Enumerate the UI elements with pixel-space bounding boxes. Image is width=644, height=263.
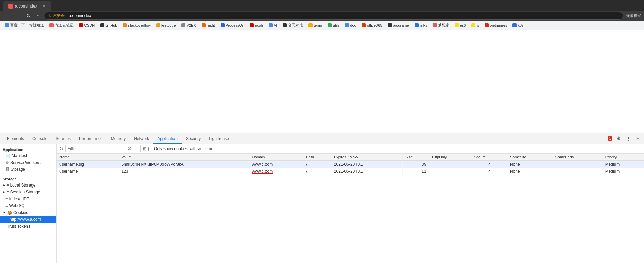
devtools-more-button[interactable]: ⋮: [625, 135, 632, 142]
tab-security[interactable]: Security: [182, 134, 205, 144]
session-storage-label: Session Storage: [10, 190, 40, 194]
address-bar[interactable]: ⚠ 不安全 a.com/index: [44, 12, 623, 20]
sidebar-item-indexeddb[interactable]: ≡ IndexedDB: [0, 195, 56, 202]
col-path[interactable]: Path: [303, 154, 331, 161]
bookmark-replit[interactable]: replit: [200, 23, 217, 28]
table-row[interactable]: username 123 www.c.com / 2021-05-20T0...…: [57, 168, 644, 175]
col-expires[interactable]: Expires / Max-...: [331, 154, 402, 161]
tab-lighthouse[interactable]: Lighthouse: [205, 134, 233, 144]
bookmark-ricoh[interactable]: ricoh: [248, 23, 265, 28]
bookmark-icon: [433, 23, 437, 27]
col-sameparty[interactable]: SameParty: [552, 154, 602, 161]
filter-input[interactable]: [68, 146, 126, 151]
only-issues-checkbox[interactable]: [148, 147, 152, 151]
expand-icon: ▶: [3, 183, 5, 187]
cell-expires: 2021-05-20T0...: [331, 161, 402, 168]
bookmark-v2ex[interactable]: V2EX: [179, 23, 198, 28]
col-domain[interactable]: Domain: [249, 154, 303, 161]
sidebar-item-storage-label: Storage: [11, 167, 25, 172]
bookmark-office365[interactable]: office365: [360, 23, 384, 28]
bookmark-icon: [455, 23, 459, 27]
cell-priority: Medium: [602, 168, 644, 175]
bookmark-icon: [512, 23, 517, 27]
bookmark-utils[interactable]: utils: [326, 23, 342, 28]
tab-application[interactable]: Application: [153, 134, 182, 144]
devtools-settings-button[interactable]: ⚙: [615, 135, 622, 142]
cookies-group: ▼ 🍪 Cookies http://www.a.com: [0, 209, 56, 223]
bookmark-icon: [181, 23, 185, 27]
tab-elements[interactable]: Elements: [3, 134, 28, 144]
tab-close-button[interactable]: ✕: [42, 4, 46, 9]
filter-refresh-button[interactable]: ↻: [59, 146, 63, 151]
address-bar-right: 无痕模式: [626, 13, 641, 19]
sidebar-item-trust-tokens[interactable]: Trust Tokens: [0, 223, 56, 230]
bookmark-ai[interactable]: AI: [267, 23, 279, 28]
browser-tab[interactable]: a.com/index ✕: [3, 1, 51, 11]
col-httponly[interactable]: HttpOnly: [429, 154, 471, 161]
devtools-body: Application 📄 Manifest ⚙ Service Workers…: [0, 144, 644, 263]
manifest-icon: 📄: [5, 154, 10, 158]
websql-icon: ≡: [5, 204, 8, 208]
expand-icon: ▼: [3, 211, 6, 214]
sidebar-item-websql[interactable]: ≡ Web SQL: [0, 202, 56, 209]
tab-memory[interactable]: Memory: [107, 134, 130, 144]
bookmark-github[interactable]: GitHub: [98, 23, 119, 28]
tab-sources[interactable]: Sources: [52, 134, 75, 144]
forward-button[interactable]: →: [14, 12, 22, 19]
col-priority[interactable]: Priority: [602, 154, 644, 161]
cookies-group-header[interactable]: ▼ 🍪 Cookies: [0, 209, 56, 216]
address-bar-row: ← → ↻ ⌂ ⚠ 不安全 a.com/index 无痕模式: [0, 11, 644, 21]
bookmark-compare[interactable]: 合同对比: [281, 22, 305, 28]
tab-performance[interactable]: Performance: [75, 134, 107, 144]
home-button[interactable]: ⌂: [35, 12, 41, 19]
bookmark-k8s[interactable]: k8s: [510, 23, 526, 28]
bookmark-icon: [345, 23, 349, 27]
filter-clear-button[interactable]: ✕: [127, 146, 131, 151]
sidebar-item-trust-tokens-label: Trust Tokens: [7, 224, 30, 229]
col-value[interactable]: Value: [118, 154, 249, 161]
sidebar-item-storage[interactable]: 🗄 Storage: [0, 166, 56, 173]
devtools-main: ↻ ✕ ⊞ Only show cookies with an issue Na…: [57, 144, 644, 263]
bookmark-baidu[interactable]: 百度一下，你就知道: [3, 22, 46, 28]
bookmark-dreamhome[interactable]: 梦想家: [431, 22, 451, 28]
tab-console[interactable]: Console: [28, 134, 52, 144]
bookmark-icon: [100, 23, 104, 27]
bookmark-csdn[interactable]: CSDN: [77, 23, 97, 28]
bookmark-leetcode[interactable]: leetcode: [154, 23, 178, 28]
bookmark-doc[interactable]: doc: [343, 23, 358, 28]
col-size[interactable]: Size: [403, 154, 429, 161]
cell-sameparty: [552, 161, 602, 168]
bookmark-programe[interactable]: programe: [386, 23, 411, 28]
sidebar-item-manifest[interactable]: 📄 Manifest: [0, 152, 56, 159]
filter-options-button[interactable]: ⊞: [143, 146, 146, 151]
cell-samesite: None: [507, 168, 552, 175]
devtools-close-button[interactable]: ✕: [635, 135, 641, 142]
table-row[interactable]: username.sig 5hhk0c4reNXKiIP0M0ooWPcr8kA…: [57, 161, 644, 168]
col-name[interactable]: Name: [57, 154, 118, 161]
url-text: a.com/index: [69, 13, 91, 18]
back-button[interactable]: ←: [3, 12, 11, 19]
bookmark-temp[interactable]: temp: [306, 23, 324, 28]
cell-httponly: [429, 161, 471, 168]
bookmark-processon[interactable]: ProcessOn: [218, 23, 246, 28]
col-secure[interactable]: Secure: [471, 154, 507, 161]
bookmark-stackoverflow[interactable]: stackoverflow: [121, 23, 153, 28]
bookmark-js[interactable]: js: [469, 23, 481, 28]
bookmark-vietnames[interactable]: vietnames: [483, 23, 509, 28]
local-storage-header[interactable]: ▶ ≡ Local Storage: [0, 182, 56, 189]
bookmark-icon: [308, 23, 313, 27]
bookmark-links[interactable]: links: [413, 23, 429, 28]
tab-title: a.com/index: [15, 4, 37, 9]
session-storage-header[interactable]: ▶ ≡ Session Storage: [0, 189, 56, 195]
bookmark-icon: [250, 23, 254, 27]
bookmark-es6[interactable]: es6: [453, 23, 468, 28]
col-samesite[interactable]: SameSite: [507, 154, 552, 161]
bookmark-icon: [328, 23, 332, 27]
bookmark-icon: [269, 23, 273, 27]
storage-icon: 🗄: [5, 167, 9, 171]
reload-button[interactable]: ↻: [25, 12, 32, 19]
sidebar-item-cookies-acom[interactable]: http://www.a.com: [0, 216, 56, 223]
bookmark-youdao[interactable]: 有道云笔记: [47, 22, 76, 28]
sidebar-item-service-workers[interactable]: ⚙ Service Workers: [0, 159, 56, 166]
tab-network[interactable]: Network: [130, 134, 153, 144]
